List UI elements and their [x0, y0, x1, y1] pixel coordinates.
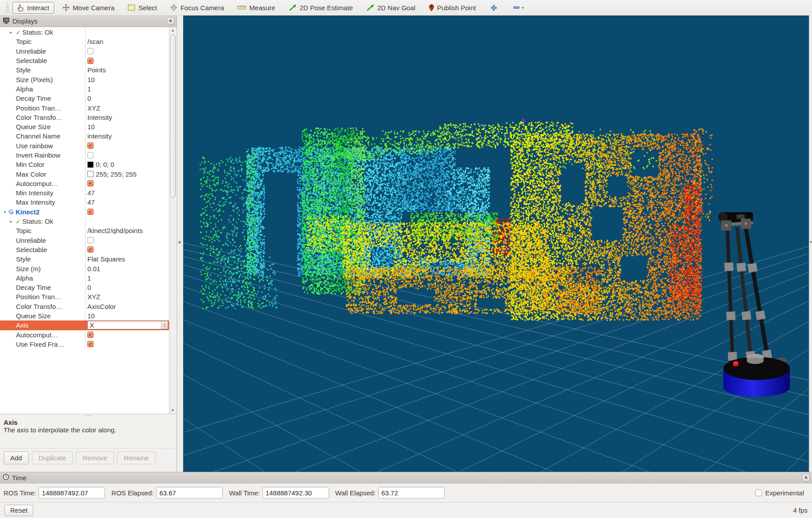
tree-row[interactable]: AxisX▲▼ [0, 320, 169, 330]
property-checkbox[interactable]: ✔ [87, 341, 94, 347]
tree-row[interactable]: Color Transfo…AxisColor [0, 302, 169, 311]
tree-row[interactable]: Invert Rainbow [0, 150, 169, 160]
tree-row[interactable]: StyleFlat Squares [0, 254, 169, 264]
tree-row[interactable]: Selectable✔ [0, 245, 169, 254]
tool-measure[interactable]: Measure [232, 2, 280, 14]
scroll-down-icon[interactable]: ▼ [169, 407, 176, 414]
time-panel-header[interactable]: Time ✖ [0, 472, 812, 483]
tree-row[interactable]: Channel Nameintensity [0, 131, 169, 141]
property-checkbox[interactable]: ✔ [87, 332, 94, 338]
tree-row[interactable]: Unreliable [0, 47, 169, 56]
color-swatch[interactable] [87, 162, 94, 168]
tree-row[interactable]: ▸✓Status: Ok [0, 217, 169, 226]
property-value[interactable]: Intensity [87, 114, 112, 121]
tree-row[interactable]: Queue Size10 [0, 122, 169, 131]
tool-2d-pose-estimate[interactable]: 2D Pose Estimate [284, 2, 358, 14]
tree-row[interactable]: Autocomput…✔ [0, 179, 169, 188]
property-checkbox[interactable]: ✔ [87, 58, 94, 64]
collapse-left-icon[interactable]: ◀ [178, 240, 180, 244]
tree-row[interactable]: Size (Pixels)10 [0, 75, 169, 84]
property-checkbox[interactable] [87, 237, 94, 243]
tree-row[interactable]: Alpha1 [0, 84, 169, 94]
tool-focus-camera[interactable]: Focus Camera [165, 2, 229, 14]
axis-combobox[interactable]: X▲▼ [87, 321, 168, 329]
expander-icon[interactable]: ▸ [8, 30, 14, 35]
property-checkbox[interactable] [87, 152, 94, 158]
displays-panel-header[interactable]: Displays ✖ [0, 16, 177, 27]
tree-scrollbar[interactable]: ▲ ▼ [169, 27, 176, 414]
expander-icon[interactable]: ▾ [2, 210, 8, 214]
property-checkbox[interactable]: ✔ [87, 180, 94, 186]
property-value[interactable]: 10 [87, 312, 95, 320]
tree-row[interactable]: Position Tran…XYZ [0, 103, 169, 112]
tree-row[interactable]: Max Color255; 255; 255 [0, 169, 169, 178]
property-value[interactable]: AxisColor [87, 303, 116, 310]
wall-time-input[interactable] [263, 487, 329, 498]
tree-row[interactable]: Decay Time0 [0, 283, 169, 292]
property-value[interactable]: 255; 255; 255 [96, 170, 137, 178]
property-checkbox[interactable]: ✔ [87, 246, 94, 253]
tree-row[interactable]: Size (m)0.01 [0, 264, 169, 273]
tree-row[interactable]: Topic/kinect2/qhd/points [0, 226, 169, 235]
scroll-up-icon[interactable]: ▲ [169, 27, 176, 34]
viewport-3d[interactable] [183, 16, 809, 472]
property-tree[interactable]: ▸✓Status: OkTopic/scanUnreliableSelectab… [0, 27, 177, 414]
scrollbar-thumb[interactable] [170, 35, 176, 198]
property-value[interactable]: 0; 0; 0 [96, 161, 114, 168]
tool-interact[interactable]: Interact [12, 2, 54, 14]
tool-select[interactable]: Select [123, 2, 162, 14]
property-value[interactable]: XYZ [87, 104, 100, 112]
tool-2d-nav-goal[interactable]: 2D Nav Goal [361, 2, 420, 14]
property-value[interactable]: /scan [87, 38, 103, 45]
tree-row[interactable]: Max Intensity47 [0, 198, 169, 207]
property-checkbox[interactable] [87, 48, 94, 54]
tree-row[interactable]: Position Tran…XYZ [0, 292, 169, 301]
tool-move-camera[interactable]: Move Camera [58, 2, 119, 14]
property-value[interactable]: 47 [87, 198, 95, 206]
displays-close-button[interactable]: ✖ [167, 17, 174, 25]
tree-row[interactable]: StylePoints [0, 65, 169, 75]
ros-time-input[interactable] [39, 487, 105, 498]
spinner-icon[interactable]: ▲▼ [161, 321, 168, 329]
expander-icon[interactable]: ▸ [8, 219, 14, 224]
toolbar-drag-handle[interactable] [6, 3, 9, 12]
tree-row[interactable]: Min Intensity47 [0, 188, 169, 198]
property-checkbox[interactable]: ✔ [87, 209, 94, 215]
tree-row[interactable]: Unreliable [0, 236, 169, 245]
tree-row[interactable]: Topic/scan [0, 37, 169, 46]
remove-tool-button[interactable]: ▼ [510, 4, 528, 11]
reset-button[interactable]: Reset [4, 505, 33, 516]
tree-row[interactable]: Decay Time0 [0, 94, 169, 103]
tree-row[interactable]: Use rainbow✔ [0, 141, 169, 150]
tree-row[interactable]: Selectable✔ [0, 56, 169, 65]
property-checkbox[interactable]: ✔ [87, 142, 94, 149]
time-close-button[interactable]: ✖ [802, 474, 810, 482]
tree-row[interactable]: Use Fixed Fra…✔ [0, 340, 169, 349]
property-value[interactable]: 10 [87, 123, 95, 130]
collapse-right-icon[interactable]: ◀ [809, 240, 812, 244]
add-tool-button[interactable] [487, 3, 501, 13]
property-value[interactable]: 47 [87, 189, 95, 197]
property-value[interactable]: Flat Squares [87, 255, 125, 263]
property-value[interactable]: 0 [87, 284, 91, 291]
tree-row[interactable]: Queue Size10 [0, 311, 169, 320]
add-button[interactable]: Add [4, 451, 29, 464]
tree-row[interactable]: Color Transfo…Intensity [0, 113, 169, 122]
tree-row[interactable]: Min Color0; 0; 0 [0, 160, 169, 169]
property-value[interactable]: Points [87, 66, 106, 74]
property-value[interactable]: 1 [87, 274, 91, 282]
property-value[interactable]: XYZ [87, 293, 100, 301]
property-value[interactable]: 0.01 [87, 265, 100, 273]
tree-row[interactable]: ▾Kinect2✔ [0, 207, 169, 217]
tool-publish-point[interactable]: Publish Point [424, 2, 481, 14]
property-value[interactable]: /kinect2/qhd/points [87, 227, 143, 234]
tree-row[interactable]: ▸✓Status: Ok [0, 28, 169, 37]
wall-elapsed-input[interactable] [378, 487, 445, 498]
right-splitter[interactable]: ◀ [809, 16, 812, 472]
property-value[interactable]: 0 [87, 95, 91, 102]
property-value[interactable]: 10 [87, 76, 95, 83]
color-swatch[interactable] [87, 171, 94, 177]
tree-row[interactable]: Alpha1 [0, 273, 169, 283]
left-splitter[interactable]: ◀ [177, 16, 183, 472]
property-value[interactable]: intensity [87, 132, 112, 140]
